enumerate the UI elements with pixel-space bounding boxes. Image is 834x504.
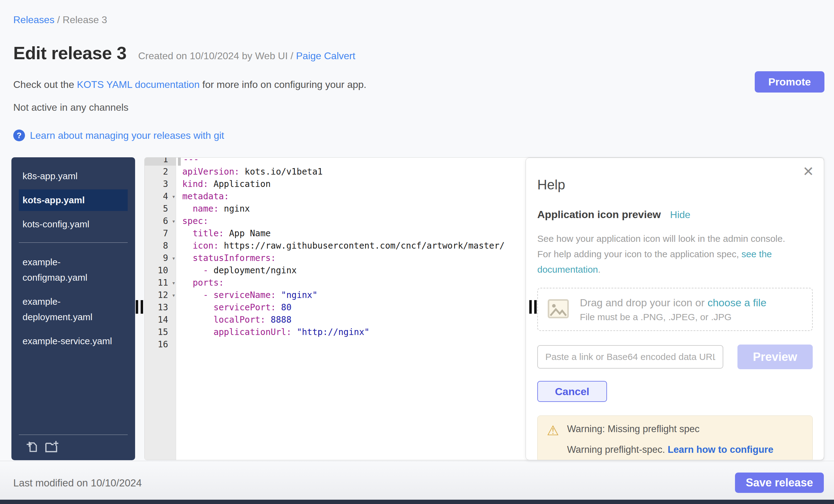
last-modified-text: Last modified on 10/10/2024: [13, 477, 141, 489]
release-meta: Created on 10/10/2024 by Web UI / Paige …: [138, 50, 355, 62]
line-text: name: nginx: [176, 203, 250, 215]
file-list-divider: [19, 242, 128, 243]
warning-title: Warning: Missing preflight spec: [567, 423, 773, 435]
dropzone-line1: Drag and drop your icon or: [580, 297, 707, 308]
line-text: servicePort: 80: [176, 301, 291, 314]
help-title: Help: [537, 177, 813, 193]
line-text: applicationUrl: "http://nginx": [176, 326, 370, 338]
line-number: 6▾: [145, 215, 176, 227]
file-item-example-service-yaml[interactable]: example-service.yaml: [19, 330, 128, 352]
line-text: statusInformers:: [176, 252, 276, 264]
file-item-example-configmap-yaml[interactable]: example-configmap.yaml: [19, 251, 128, 288]
breadcrumb: Releases / Release 3: [13, 14, 107, 26]
help-description-text: .: [598, 264, 600, 275]
release-meta-text: Created on 10/10/2024 by Web UI /: [138, 50, 296, 61]
new-file-icon[interactable]: [25, 439, 39, 455]
line-text: ports:: [176, 277, 224, 289]
line-text: localPort: 8888: [176, 314, 291, 326]
dropzone-text: Drag and drop your icon or choose a file…: [580, 297, 766, 322]
channel-status: Not active in any channels: [13, 102, 129, 113]
help-description: See how your application icon will look …: [537, 231, 800, 277]
save-release-button[interactable]: Save release: [735, 473, 824, 493]
icon-url-row: Preview: [537, 345, 813, 369]
line-number: 1: [145, 157, 176, 166]
sidebar-divider: [19, 435, 128, 435]
help-panel: ✕ Help Application icon preview Hide See…: [526, 158, 824, 460]
dropzone-line2: File must be a .PNG, .JPEG, or .JPG: [580, 312, 766, 322]
fold-arrow-icon[interactable]: ▾: [172, 190, 175, 203]
section-title: Application icon preview: [537, 209, 661, 221]
git-help-row[interactable]: ? Learn about managing your releases wit…: [13, 130, 224, 141]
title-row: Edit release 3 Created on 10/10/2024 by …: [13, 43, 355, 63]
hide-link[interactable]: Hide: [670, 209, 690, 221]
file-list: k8s-app.yamlkots-app.yamlkots-config.yam…: [12, 165, 135, 352]
release-author-link[interactable]: Paige Calvert: [296, 50, 355, 61]
icon-dropzone[interactable]: Drag and drop your icon or choose a file…: [537, 288, 813, 331]
preview-button[interactable]: Preview: [738, 345, 813, 369]
line-text: title: App Name: [176, 227, 271, 240]
file-item-example-deployment-yaml[interactable]: example-deployment.yaml: [19, 291, 128, 328]
choose-file-link[interactable]: choose a file: [707, 297, 766, 308]
fold-arrow-icon[interactable]: ▾: [172, 277, 175, 289]
line-text: apiVersion: kots.io/v1beta1: [176, 166, 323, 178]
fold-arrow-icon[interactable]: ▾: [172, 215, 175, 227]
file-tree-sidebar: k8s-app.yamlkots-app.yamlkots-config.yam…: [12, 157, 135, 460]
kots-yaml-docs-link[interactable]: KOTS YAML documentation: [77, 79, 200, 90]
editor-cursor: [178, 157, 181, 166]
line-text: metadata:: [176, 190, 229, 203]
docs-suffix: for more info on configuring your app.: [200, 79, 367, 90]
line-number: 16: [145, 338, 176, 351]
line-text: ---: [176, 157, 199, 166]
file-item-kots-app-yaml[interactable]: kots-app.yaml: [19, 190, 128, 211]
line-number: 3: [145, 178, 176, 190]
new-folder-icon[interactable]: [44, 439, 60, 455]
icon-preview-section-header: Application icon preview Hide: [537, 209, 813, 221]
line-number: 11▾: [145, 277, 176, 289]
warning-text: Warning: Missing preflight spec Warning …: [567, 423, 773, 455]
line-text: spec:: [176, 215, 208, 227]
line-text: - serviceName: "nginx": [176, 289, 317, 301]
warning-icon: ⚠: [547, 423, 559, 455]
line-number: 13: [145, 301, 176, 314]
line-number: 4▾: [145, 190, 176, 203]
line-number: 10: [145, 264, 176, 277]
line-text: icon: https://raw.githubusercontent.com/…: [176, 240, 505, 252]
close-icon[interactable]: ✕: [803, 165, 814, 178]
line-text: [176, 338, 182, 351]
line-number: 15: [145, 326, 176, 338]
file-item-kots-config-yaml[interactable]: kots-config.yaml: [19, 214, 128, 235]
footer: Last modified on 10/10/2024: [0, 461, 834, 500]
cancel-button[interactable]: Cancel: [537, 381, 607, 402]
warning-body: Warning preflight-spec.: [567, 444, 667, 455]
image-placeholder-icon: [547, 297, 570, 322]
question-icon: ?: [13, 130, 25, 141]
breadcrumb-current: Release 3: [63, 14, 107, 25]
line-number: 7: [145, 227, 176, 240]
docs-line: Check out the KOTS YAML documentation fo…: [13, 79, 367, 90]
docs-prefix: Check out the: [13, 79, 77, 90]
line-number: 8: [145, 240, 176, 252]
line-number: 12▾: [145, 289, 176, 301]
file-item-k8s-app-yaml[interactable]: k8s-app.yaml: [19, 165, 128, 187]
icon-url-input[interactable]: [537, 345, 723, 369]
line-text: kind: Application: [176, 178, 271, 190]
breadcrumb-releases-link[interactable]: Releases: [13, 14, 54, 25]
promote-button[interactable]: Promote: [755, 71, 825, 92]
page-title: Edit release 3: [13, 43, 127, 63]
line-number: 2: [145, 166, 176, 178]
fold-arrow-icon[interactable]: ▾: [172, 289, 175, 301]
sidebar-actions: [25, 439, 60, 455]
bottom-strip: [0, 500, 834, 504]
line-number: 14: [145, 314, 176, 326]
line-text: - deployment/nginx: [176, 264, 297, 277]
git-releases-link[interactable]: Learn about managing your releases with …: [30, 130, 224, 141]
line-number: 9▾: [145, 252, 176, 264]
learn-configure-link[interactable]: Learn how to configure: [668, 444, 773, 455]
line-number: 5: [145, 203, 176, 215]
fold-arrow-icon[interactable]: ▾: [172, 252, 175, 264]
sidebar-resize-handle[interactable]: [136, 300, 143, 314]
help-panel-resize-handle[interactable]: [529, 300, 537, 314]
preflight-warning: ⚠ Warning: Missing preflight spec Warnin…: [537, 415, 813, 460]
breadcrumb-separator: /: [54, 14, 63, 25]
